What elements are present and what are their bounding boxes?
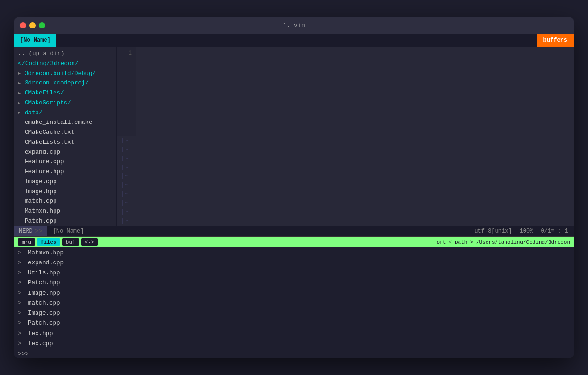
tab-mru[interactable]: mru — [18, 238, 35, 246]
tab-bar: [No Name] buffers — [14, 34, 574, 47]
list-item[interactable]: expand.cpp — [14, 148, 116, 158]
arrow-icon: > — [18, 250, 22, 256]
file-label: Image.cpp — [25, 178, 57, 187]
statusbar-right: utf-8[unix] 100% 0/1≡ : 1 — [469, 228, 574, 234]
buffers-button[interactable]: buffers — [537, 34, 574, 47]
active-tab[interactable]: [No Name] — [14, 34, 56, 47]
arrow-icon: > — [18, 340, 22, 347]
file-label: CMakeLists.txt — [25, 138, 74, 147]
list-item[interactable]: > Matmxn.hpp — [14, 248, 574, 258]
list-item[interactable]: </Coding/3drecon/ — [14, 59, 116, 69]
lower-file-list: > Matmxn.hpp > expand.cpp > Utils.hpp > … — [14, 247, 574, 350]
close-button[interactable] — [20, 22, 26, 28]
list-item[interactable]: > Tex.hpp — [14, 329, 574, 339]
file-label: expand.cpp — [25, 148, 60, 157]
line-numbers: 1 — [117, 47, 136, 136]
filename-label: Tex.cpp — [28, 340, 53, 347]
arrow-icon: > — [18, 320, 22, 327]
list-item[interactable]: ▶ data/ — [14, 108, 116, 118]
filename-label: Patch.cpp — [28, 320, 60, 327]
path-value: /Users/tangling/Coding/3drecon — [476, 239, 570, 245]
filename-label: Utils.hpp — [28, 270, 60, 276]
list-item[interactable]: > match.cpp — [14, 299, 574, 309]
list-item[interactable]: > Tex.cpp — [14, 339, 574, 349]
list-item[interactable]: Image.hpp — [14, 187, 116, 197]
nerd-label: NERD — [19, 228, 33, 234]
statusbar-arrow: >> — [35, 227, 43, 235]
tab-arrows[interactable]: <-> — [81, 238, 98, 246]
list-item[interactable]: Patch.cpp — [14, 216, 116, 226]
lower-panel: mru files buf <-> prt < path > /Users/ta… — [14, 236, 574, 359]
list-item[interactable]: > Image.cpp — [14, 309, 574, 319]
editor-lines[interactable] — [136, 47, 574, 136]
statusbar: NERD >> [No Name] utf-8[unix] 100% 0/1≡ … — [14, 226, 574, 236]
list-item[interactable]: > Utils.hpp — [14, 268, 574, 278]
list-item[interactable]: ▶ 3drecon.xcodeproj/ — [14, 78, 116, 88]
list-item[interactable]: > Image.hpp — [14, 289, 574, 299]
path-label: path — [455, 239, 467, 245]
percent-label: 100% — [520, 228, 533, 234]
titlebar: 1. vim — [14, 17, 574, 34]
dir-label: CMakeScripts/ — [25, 99, 71, 108]
file-editor[interactable]: 1 |~|~|~|~|~ |~|~|~|~|~ |~|~|~|~|~ |~|~|… — [117, 47, 574, 226]
window-title: 1. vim — [283, 22, 305, 29]
list-item[interactable]: match.cpp — [14, 197, 116, 206]
encoding-label: utf-8[unix] — [474, 228, 512, 234]
editor-content: 1 — [117, 47, 574, 136]
filename-label: Patch.hpp — [28, 280, 60, 286]
filename-label: match.cpp — [28, 300, 60, 307]
position-label: 0/1≡ : 1 — [541, 228, 568, 234]
prt-label: prt — [437, 239, 446, 245]
list-item[interactable]: ▶ 3drecon.build/Debug/ — [14, 69, 116, 79]
chevron-right-icon: ▶ — [18, 109, 21, 116]
filename-label: Image.hpp — [28, 290, 60, 297]
file-label: Feature.hpp — [25, 168, 64, 177]
line-number: 1 — [121, 49, 132, 58]
nerd-panel[interactable]: .. (up a dir) </Coding/3drecon/ ▶ 3dreco… — [14, 47, 116, 226]
dir-label: data/ — [25, 109, 43, 118]
chevron-right-icon: ▶ — [18, 80, 21, 87]
list-item[interactable]: Feature.hpp — [14, 167, 116, 177]
arrow-icon: > — [18, 310, 22, 317]
list-item[interactable]: > Patch.hpp — [14, 278, 574, 288]
statusbar-center: [No Name] — [47, 228, 469, 234]
list-item[interactable]: > expand.cpp — [14, 258, 574, 268]
list-item[interactable]: ▶ CMakeFiles/ — [14, 88, 116, 98]
dir-label: 3drecon.xcodeproj/ — [25, 79, 89, 88]
chevron-right-icon: ▶ — [18, 100, 21, 107]
statusbar-path: prt < path > /Users/tangling/Coding/3dre… — [437, 239, 570, 245]
list-item[interactable]: Image.cpp — [14, 177, 116, 187]
maximize-button[interactable] — [39, 22, 45, 28]
parent-dir-label: .. (up a dir) — [18, 49, 64, 58]
minimize-button[interactable] — [29, 22, 36, 28]
list-item[interactable]: CMakeCache.txt — [14, 128, 116, 138]
arrow-icon: > — [18, 300, 22, 307]
list-item[interactable]: CMakeLists.txt — [14, 138, 116, 148]
lower-statusbar: mru files buf <-> prt < path > /Users/ta… — [14, 237, 574, 247]
list-item[interactable]: cmake_install.cmake — [14, 118, 116, 128]
traffic-lights — [20, 22, 45, 28]
prompt-line[interactable]: >>> _ — [14, 350, 574, 358]
file-label: Feature.cpp — [25, 158, 64, 167]
list-item[interactable]: > Patch.cpp — [14, 319, 574, 328]
list-item[interactable]: .. (up a dir) — [14, 49, 116, 59]
statusbar-left: NERD >> — [14, 226, 47, 236]
tab-buf[interactable]: buf — [62, 238, 79, 246]
filename-label: Image.cpp — [28, 310, 60, 317]
arrow-icon: > — [18, 270, 22, 276]
list-item[interactable]: Matmxn.hpp — [14, 206, 116, 216]
file-label: match.cpp — [25, 197, 57, 206]
editor-line — [140, 49, 570, 58]
file-label: Patch.cpp — [25, 217, 57, 226]
file-label: Matmxn.hpp — [25, 207, 60, 216]
tab-files[interactable]: files — [37, 238, 60, 246]
filename-label: expand.cpp — [28, 260, 64, 266]
editor-tildes: |~|~|~|~|~ |~|~|~|~|~ |~|~|~|~|~ |~|~|~|… — [117, 136, 574, 225]
list-item[interactable]: ▶ CMakeScripts/ — [14, 98, 116, 108]
lt-symbol: < — [449, 239, 452, 245]
gt-symbol: > — [470, 239, 473, 245]
file-label: Image.hpp — [25, 188, 57, 197]
editor-area: .. (up a dir) </Coding/3drecon/ ▶ 3dreco… — [14, 47, 574, 226]
list-item[interactable]: Feature.cpp — [14, 157, 116, 167]
arrow-icon: > — [18, 290, 22, 297]
